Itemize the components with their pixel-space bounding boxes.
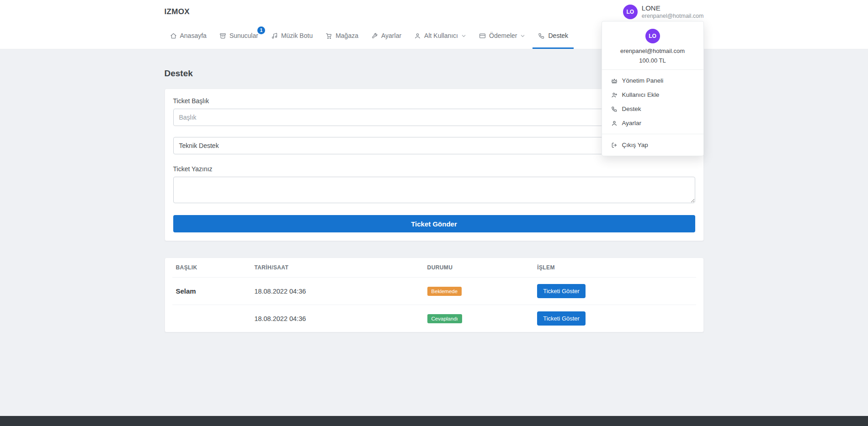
user-email: erenpanel@hotmail.com	[642, 13, 704, 20]
menu-item-label: Kullanıcı Ekle	[622, 91, 660, 98]
brand-logo[interactable]: IZMOX	[165, 7, 190, 16]
nav-item-label: Mağaza	[335, 32, 358, 39]
show-ticket-button[interactable]: Ticketi Göster	[537, 284, 586, 298]
avatar: LO	[645, 29, 660, 43]
nav-item-muzik-botu[interactable]: Müzik Botu	[266, 24, 318, 49]
phone-icon	[538, 32, 545, 39]
nav-item-label: Alt Kullanıcı	[424, 32, 458, 39]
menu-item-label: Destek	[622, 105, 641, 112]
chevron-down-icon	[520, 33, 525, 38]
music-icon	[271, 32, 278, 39]
cart-icon	[325, 32, 332, 39]
ticket-message-label: Ticket Yazınız	[173, 165, 695, 173]
menu-item-label: Yönetim Paneli	[622, 77, 664, 84]
ticket-datetime-cell: 18.08.2022 04:36	[250, 278, 423, 305]
menu-item-destek[interactable]: Destek	[602, 102, 703, 116]
ticket-submit-button[interactable]: Ticket Gönder	[173, 215, 695, 232]
top-header: IZMOX LO LONE erenpanel@hotmail.com LO e…	[0, 0, 868, 24]
table-row: Selam 18.08.2022 04:36 Beklemede Ticketi…	[172, 278, 696, 305]
nav-item-label: Sunucular	[229, 32, 258, 39]
table-header-row: BAŞLIK TARİH/SAAT DURUMU İŞLEM	[172, 258, 696, 278]
menu-item-cikis-yap[interactable]: Çıkış Yap	[602, 138, 703, 152]
server-count-badge: 1	[257, 26, 265, 34]
user-icon	[611, 120, 618, 126]
home-icon	[170, 32, 177, 39]
main-nav: Anasayfa Sunucular 1 Müzik Botu Mağaza	[0, 24, 868, 49]
page-footer	[0, 416, 868, 426]
nav-item-odemeler[interactable]: Ödemeler	[474, 24, 531, 49]
user-balance: 100.00 TL	[602, 57, 703, 64]
nav-item-destek[interactable]: Destek	[533, 24, 574, 49]
column-header-tarih-saat: TARİH/SAAT	[250, 258, 423, 278]
column-header-durumu: DURUMU	[424, 258, 534, 278]
nav-item-label: Anasayfa	[180, 32, 207, 39]
tickets-table-card: BAŞLIK TARİH/SAAT DURUMU İŞLEM Selam 18.…	[165, 258, 704, 332]
ticket-title-cell: Selam	[172, 278, 251, 305]
header-user-chip[interactable]: LO LONE erenpanel@hotmail.com	[623, 4, 704, 20]
user-dropdown-menu: LO erenpanel@hotmail.com 100.00 TL Yönet…	[602, 21, 704, 156]
column-header-baslik: BAŞLIK	[172, 258, 251, 278]
menu-item-label: Çıkış Yap	[622, 142, 648, 148]
user-name: LONE	[642, 4, 704, 13]
nav-item-label: Ayarlar	[381, 32, 401, 39]
menu-item-kullanici-ekle[interactable]: Kullanıcı Ekle	[602, 88, 703, 102]
user-plus-icon	[611, 92, 618, 98]
menu-item-ayarlar[interactable]: Ayarlar	[602, 116, 703, 130]
ticket-title-cell	[172, 305, 251, 332]
ticket-message-textarea[interactable]	[173, 177, 695, 203]
nav-item-alt-kullanici[interactable]: Alt Kullanıcı	[409, 24, 472, 49]
chevron-down-icon	[461, 33, 466, 38]
table-row: 18.08.2022 04:36 Cevaplandı Ticketi Göst…	[172, 305, 696, 332]
status-badge: Beklemede	[427, 287, 462, 296]
card-icon	[479, 32, 486, 39]
nav-item-ayarlar[interactable]: Ayarlar	[366, 24, 407, 49]
status-badge: Cevaplandı	[427, 314, 462, 323]
avatar: LO	[623, 5, 638, 19]
tickets-table: BAŞLIK TARİH/SAAT DURUMU İŞLEM Selam 18.…	[172, 258, 696, 332]
nav-item-magaza[interactable]: Mağaza	[320, 24, 364, 49]
ticket-datetime-cell: 18.08.2022 04:36	[250, 305, 423, 332]
nav-item-label: Müzik Botu	[281, 32, 313, 39]
phone-icon	[611, 106, 618, 112]
column-header-islem: İŞLEM	[533, 258, 696, 278]
server-icon	[219, 32, 226, 39]
nav-item-label: Ödemeler	[489, 32, 517, 39]
user-menu-header: LO erenpanel@hotmail.com 100.00 TL	[602, 29, 703, 69]
nav-item-anasayfa[interactable]: Anasayfa	[165, 24, 212, 49]
nav-item-sunucular[interactable]: Sunucular 1	[214, 24, 264, 49]
main-content: Destek Ticket Başlık Teknik Destek Ticke…	[0, 49, 868, 416]
menu-item-yonetim-paneli[interactable]: Yönetim Paneli	[602, 74, 703, 88]
wrench-icon	[371, 32, 378, 39]
logout-icon	[611, 142, 618, 148]
user-icon	[414, 32, 421, 39]
menu-item-label: Ayarlar	[622, 120, 642, 126]
show-ticket-button[interactable]: Ticketi Göster	[537, 311, 586, 326]
user-menu-email: erenpanel@hotmail.com	[602, 47, 703, 54]
crown-icon	[611, 78, 618, 84]
nav-item-label: Destek	[548, 32, 568, 39]
